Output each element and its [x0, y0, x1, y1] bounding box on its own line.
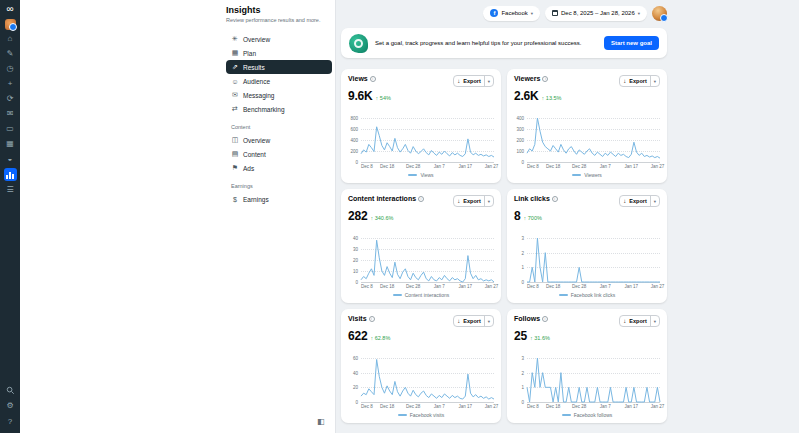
chevron-down-icon: ▾ [485, 319, 493, 324]
y-axis: 0204060 [348, 358, 361, 402]
sidebar-item-label: Plan [243, 50, 256, 57]
page-selector[interactable]: Facebook ▾ [483, 6, 540, 21]
sidebar-item-content[interactable]: ▤Content [226, 147, 332, 161]
inbox-icon[interactable]: ✉ [4, 108, 17, 120]
overview-icon: ✳ [231, 35, 239, 43]
y-axis: 0123 [514, 238, 527, 282]
profile-avatar[interactable] [652, 6, 667, 21]
sidebar-item-results[interactable]: ⇗Results [226, 60, 332, 74]
legend-line-mark [393, 294, 402, 296]
earnings-icon: $ [231, 196, 239, 203]
x-tick-label: Jan 7 [600, 284, 611, 289]
y-tick-label: 40 [353, 236, 358, 241]
metric-delta-percent: 13.5% [546, 95, 562, 101]
x-axis: Dec 8Dec 18Dec 28Jan 7Jan 17Jan 27 [527, 403, 660, 410]
planner-icon[interactable]: ◷ [4, 63, 17, 75]
sidebar-item-audience[interactable]: ☺Audience [226, 74, 332, 88]
create-icon[interactable]: ✎ [4, 48, 17, 60]
all-tools-icon[interactable]: ☰ [4, 184, 17, 196]
info-icon[interactable]: i [542, 76, 548, 82]
download-icon: ↓ [620, 78, 629, 84]
up-arrow-icon: ↑ [523, 215, 526, 221]
export-button[interactable]: ↓ Export ▾ [453, 195, 494, 207]
info-icon[interactable]: i [542, 316, 548, 322]
insights-icon[interactable] [4, 168, 17, 181]
x-tick-label: Jan 27 [651, 284, 665, 289]
start-new-goal-button[interactable]: Start new goal [604, 36, 659, 50]
y-tick-label: 300 [516, 127, 524, 132]
updates-icon[interactable]: ⟳ [4, 93, 17, 105]
download-icon: ↓ [454, 198, 463, 204]
info-icon[interactable]: i [418, 196, 424, 202]
y-tick-label: 600 [350, 127, 358, 132]
y-tick-label: 3 [521, 236, 524, 241]
chevron-down-icon: ▾ [651, 79, 659, 84]
home-icon[interactable]: ⌂ [4, 33, 17, 45]
metric-delta-percent: 340.6% [375, 215, 394, 221]
info-icon[interactable]: i [552, 196, 558, 202]
export-button[interactable]: ↓ Export ▾ [619, 315, 660, 327]
content-icon[interactable]: ▦ [4, 138, 17, 150]
sidebar-item-earnings[interactable]: $Earnings [226, 192, 332, 206]
goal-banner: Set a goal, track progress and learn hel… [341, 28, 667, 58]
date-range-selector[interactable]: Dec 8, 2025 – Jan 28, 2026 ▾ [545, 6, 647, 21]
calendar-icon [552, 10, 558, 16]
sidebar-nav-earnings: $Earnings [226, 192, 332, 206]
export-button[interactable]: ↓ Export ▾ [453, 315, 494, 327]
info-icon[interactable]: i [370, 76, 376, 82]
page-title: Insights [226, 5, 332, 15]
plot-area [527, 358, 660, 402]
y-tick-label: 10 [353, 269, 358, 274]
collapse-sidebar-icon[interactable]: ◧ [317, 417, 325, 426]
x-axis: Dec 8Dec 18Dec 28Jan 7Jan 17Jan 27 [361, 163, 494, 170]
metric-value: 622 [348, 329, 367, 343]
card-title: Viewers [514, 75, 540, 82]
insights-nav-panel: Insights Review performance results and … [226, 5, 332, 206]
sidebar-item-label: Messaging [243, 92, 274, 99]
y-axis: 0123 [514, 358, 527, 402]
download-icon: ↓ [454, 78, 463, 84]
y-tick-label: 0 [355, 160, 358, 165]
export-label: Export [629, 318, 649, 324]
help-icon[interactable]: ? [4, 416, 17, 428]
chevron-down-icon: ▾ [531, 11, 533, 16]
business-avatar[interactable] [5, 19, 16, 30]
y-axis: 0200400600800 [348, 118, 361, 162]
viewers-chart: 0100200300400 [514, 118, 660, 162]
sidebar-item-ads[interactable]: ⚑Ads [226, 161, 332, 175]
x-tick-label: Jan 17 [459, 164, 473, 169]
metric-value: 25 [514, 329, 527, 343]
x-tick-label: Dec 18 [380, 164, 394, 169]
meta-logo[interactable]: ∞ [6, 3, 13, 14]
settings-icon[interactable]: ⚙ [4, 400, 17, 412]
messaging-icon: ✉ [231, 91, 239, 99]
y-axis: 0100200300400 [514, 118, 527, 162]
search-icon[interactable] [4, 384, 17, 396]
messages-icon[interactable]: ◒ [4, 153, 17, 165]
visits-chart: 0204060 [348, 358, 494, 402]
sidebar-item-benchmarking[interactable]: ⇄Benchmarking [226, 102, 332, 116]
export-button[interactable]: ↓ Export ▾ [619, 75, 660, 87]
x-tick-label: Dec 18 [380, 404, 394, 409]
sidebar-item-overview[interactable]: ◫Overview [226, 133, 332, 147]
info-icon[interactable]: i [369, 316, 375, 322]
export-button[interactable]: ↓ Export ▾ [619, 195, 660, 207]
metric-delta: ↑ 31.6% [530, 335, 550, 341]
export-button[interactable]: ↓ Export ▾ [453, 75, 494, 87]
sidebar-item-overview[interactable]: ✳Overview [226, 32, 332, 46]
audience-icon: ☺ [231, 78, 239, 85]
y-tick-label: 0 [355, 400, 358, 405]
plot-area [361, 238, 494, 282]
sidebar-item-plan[interactable]: ▦Plan [226, 46, 332, 60]
up-arrow-icon: ↑ [370, 215, 373, 221]
x-tick-label: Jan 27 [485, 164, 499, 169]
legend-label: Facebook follows [574, 412, 613, 418]
metric-value: 8 [514, 209, 520, 223]
x-tick-label: Jan 17 [625, 164, 639, 169]
add-icon[interactable]: + [4, 78, 17, 90]
metric-delta-percent: 31.6% [534, 335, 550, 341]
ads-icon[interactable]: ▭ [4, 123, 17, 135]
x-tick-label: Jan 7 [600, 164, 611, 169]
sidebar-item-messaging[interactable]: ✉Messaging [226, 88, 332, 102]
chevron-down-icon: ▾ [485, 199, 493, 204]
